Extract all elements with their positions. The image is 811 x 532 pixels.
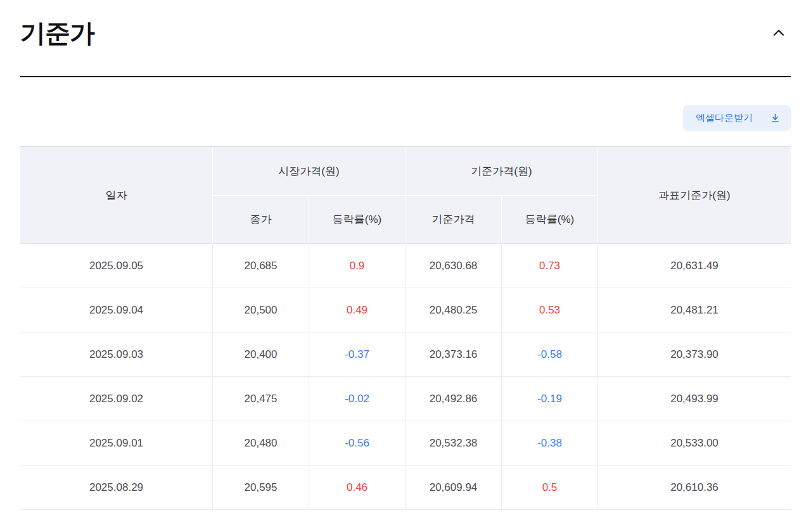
cell-tax-base-price: 20,481.21 — [598, 288, 791, 332]
base-price-section: 기준가 엑셀다운받기 일자 시장가격(원) 기준가격(원) — [0, 0, 811, 510]
cell-tax-base-price: 20,631.49 — [598, 243, 791, 288]
collapse-section-button[interactable] — [768, 22, 789, 44]
col-header-market-change-rate: 등락률(%) — [309, 196, 406, 243]
cell-market-change-rate: -0.37 — [309, 332, 406, 377]
cell-market-change-rate: 0.49 — [309, 288, 406, 332]
cell-close-price: 20,595 — [213, 466, 309, 510]
download-icon — [770, 113, 781, 124]
cell-base-change-rate: -0.38 — [502, 421, 598, 466]
section-header: 기준가 — [20, 0, 791, 51]
cell-base-change-rate: 0.53 — [502, 288, 598, 332]
cell-date: 2025.09.01 — [20, 421, 213, 466]
col-header-base-price-group: 기준가격(원) — [406, 147, 598, 196]
table-row: 2025.08.29 20,595 0.46 20,609.94 0.5 20,… — [20, 466, 791, 510]
table-row: 2025.09.02 20,475 -0.02 20,492.86 -0.19 … — [20, 377, 791, 421]
cell-date: 2025.09.05 — [20, 243, 213, 288]
cell-date: 2025.08.29 — [20, 466, 213, 510]
cell-base-change-rate: -0.58 — [502, 332, 598, 377]
cell-date: 2025.09.02 — [20, 377, 213, 421]
table-row: 2025.09.04 20,500 0.49 20,480.25 0.53 20… — [20, 288, 791, 332]
cell-close-price: 20,400 — [213, 332, 309, 377]
excel-download-label: 엑셀다운받기 — [696, 112, 753, 124]
cell-close-price: 20,685 — [213, 243, 309, 288]
cell-close-price: 20,480 — [213, 421, 309, 466]
cell-tax-base-price: 20,610.36 — [598, 466, 791, 510]
cell-base-price: 20,373.16 — [406, 332, 502, 377]
col-header-market-price-group: 시장가격(원) — [213, 147, 406, 196]
table-header: 일자 시장가격(원) 기준가격(원) 과표기준가(원) 종가 등락률(%) 기준… — [20, 147, 791, 243]
cell-tax-base-price: 20,373.90 — [598, 332, 791, 377]
cell-close-price: 20,500 — [213, 288, 309, 332]
cell-market-change-rate: -0.56 — [309, 421, 406, 466]
table-row: 2025.09.03 20,400 -0.37 20,373.16 -0.58 … — [20, 332, 791, 377]
cell-tax-base-price: 20,493.99 — [598, 377, 791, 421]
chevron-up-icon — [770, 25, 787, 41]
cell-base-price: 20,609.94 — [406, 466, 502, 510]
col-header-base-change-rate: 등락률(%) — [502, 196, 598, 243]
col-header-base-price: 기준가격 — [406, 196, 502, 243]
cell-tax-base-price: 20,533.00 — [598, 421, 791, 466]
base-price-table: 일자 시장가격(원) 기준가격(원) 과표기준가(원) 종가 등락률(%) 기준… — [20, 146, 791, 510]
cell-base-price: 20,492.86 — [406, 377, 502, 421]
table-row: 2025.09.05 20,685 0.9 20,630.68 0.73 20,… — [20, 243, 791, 288]
col-header-tax-base-price: 과표기준가(원) — [598, 147, 791, 243]
table-row: 2025.09.01 20,480 -0.56 20,532.38 -0.38 … — [20, 421, 791, 466]
cell-market-change-rate: 0.9 — [309, 243, 406, 288]
cell-base-change-rate: 0.5 — [502, 466, 598, 510]
cell-close-price: 20,475 — [213, 377, 309, 421]
cell-base-price: 20,630.68 — [406, 243, 502, 288]
col-header-close-price: 종가 — [213, 196, 309, 243]
cell-base-price: 20,532.38 — [406, 421, 502, 466]
page-title: 기준가 — [20, 18, 94, 48]
cell-base-change-rate: -0.19 — [502, 377, 598, 421]
title-divider — [20, 76, 791, 77]
cell-date: 2025.09.03 — [20, 332, 213, 377]
cell-market-change-rate: 0.46 — [309, 466, 406, 510]
col-header-date: 일자 — [20, 147, 213, 243]
table-body: 2025.09.05 20,685 0.9 20,630.68 0.73 20,… — [20, 243, 791, 510]
excel-download-button[interactable]: 엑셀다운받기 — [683, 105, 791, 131]
cell-market-change-rate: -0.02 — [309, 377, 406, 421]
cell-base-change-rate: 0.73 — [502, 243, 598, 288]
cell-base-price: 20,480.25 — [406, 288, 502, 332]
cell-date: 2025.09.04 — [20, 288, 213, 332]
toolbar: 엑셀다운받기 — [20, 105, 791, 131]
